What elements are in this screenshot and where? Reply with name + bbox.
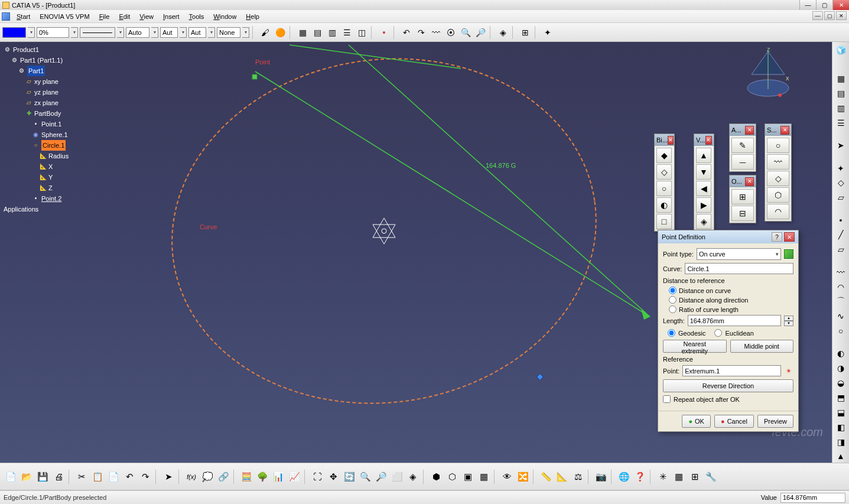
rt-icon[interactable]: ✦ <box>834 162 847 174</box>
menu-edit[interactable]: Edit <box>114 12 135 21</box>
auto3-dd[interactable] <box>208 27 215 38</box>
undo-icon[interactable]: ↶ <box>400 26 413 39</box>
float-tb-bi[interactable]: Bi...✕ ◆◇○◐□ <box>654 134 675 232</box>
preview-button[interactable]: Preview <box>757 415 793 428</box>
radio-ratio[interactable] <box>669 305 676 313</box>
tool-btn[interactable]: 〰 <box>767 154 789 170</box>
rt-icon[interactable]: ▲ <box>834 450 847 463</box>
rt-icon[interactable]: ◐ <box>834 347 847 360</box>
curve-input[interactable] <box>685 263 793 274</box>
search2-icon[interactable]: 🔎 <box>474 26 487 39</box>
auto1-input[interactable] <box>126 27 149 38</box>
ft-bi-close[interactable]: ✕ <box>668 136 674 145</box>
snap-icon[interactable]: ⊞ <box>688 470 702 484</box>
reverse-direction-button[interactable]: Reverse Direction <box>663 379 793 392</box>
menu-view[interactable]: View <box>135 12 158 21</box>
grid2-icon[interactable]: ⊞ <box>519 26 532 39</box>
none-input[interactable] <box>217 27 240 38</box>
brush-icon[interactable]: 🖌 <box>259 26 272 39</box>
tree-icon[interactable]: 🌳 <box>255 470 269 484</box>
auto1-dd[interactable] <box>151 27 158 38</box>
opacity-input[interactable] <box>37 27 69 38</box>
rt-icon[interactable]: ∿ <box>834 310 847 323</box>
line-icon[interactable]: ╱ <box>834 229 847 241</box>
pan-icon[interactable]: ✥ <box>326 470 340 484</box>
curve1-icon[interactable]: 〰 <box>430 26 443 39</box>
line-weight[interactable] <box>80 27 115 38</box>
radio-geodesic[interactable] <box>668 329 675 337</box>
tool-btn[interactable]: ▼ <box>696 164 711 180</box>
save-icon[interactable]: 💾 <box>35 470 50 484</box>
rt-icon[interactable]: ☰ <box>834 116 847 129</box>
hlr-icon[interactable]: ▣ <box>461 470 475 484</box>
pointer-icon[interactable]: ➤ <box>161 470 175 484</box>
menu-help[interactable]: Help <box>241 12 264 21</box>
point-type-select[interactable]: On curve <box>697 248 781 260</box>
tool-btn[interactable]: ◆ <box>656 148 672 163</box>
auto3-input[interactable] <box>188 27 206 38</box>
rt-icon[interactable]: 〰 <box>834 266 847 278</box>
tool-btn[interactable]: ⸺ <box>731 154 754 170</box>
length-input[interactable] <box>688 315 781 326</box>
undo-icon[interactable]: ↶ <box>122 470 136 484</box>
minimize-button[interactable]: — <box>799 0 816 10</box>
tree-x[interactable]: 📐X <box>39 161 69 172</box>
tool-btn[interactable]: ⬡ <box>767 187 789 203</box>
lineweight-dropdown[interactable] <box>117 27 124 38</box>
ft-a-close[interactable]: ✕ <box>745 126 754 135</box>
rt-icon[interactable]: ▤ <box>834 87 847 100</box>
tool-btn[interactable]: ○ <box>656 181 672 196</box>
dot-icon[interactable]: • <box>378 26 391 39</box>
repeat-checkbox[interactable] <box>663 395 671 403</box>
middle-point-button[interactable]: Middle point <box>730 340 794 353</box>
copy-icon[interactable]: 📋 <box>90 470 105 484</box>
select-arrow-icon[interactable]: ➤ <box>834 139 847 152</box>
open-icon[interactable]: 📂 <box>19 470 34 484</box>
length-spinner[interactable]: ▲▼ <box>784 316 793 326</box>
nearest-extremity-button[interactable]: Nearest extremity <box>663 340 727 353</box>
fit-icon[interactable]: ⛶ <box>310 470 324 484</box>
shade-icon[interactable]: ⬢ <box>429 470 443 484</box>
tree-point2[interactable]: •Point.2 <box>32 193 69 204</box>
ok-button[interactable]: OK <box>682 415 711 428</box>
tree-radius[interactable]: 📐Radius <box>39 151 69 161</box>
rt-icon[interactable]: ◇ <box>834 177 847 189</box>
ref-point-input[interactable] <box>682 365 781 376</box>
specification-tree[interactable]: ⚙Product1 ⚙Part1 (Part1.1) ⚙Part1 ▱xy pl… <box>4 44 69 214</box>
float-tb-v[interactable]: V...✕ ▲▼◀▶◈ <box>694 134 714 232</box>
help-icon[interactable]: ❓ <box>633 470 647 484</box>
color-dropdown[interactable] <box>28 27 35 38</box>
radio-euclidean[interactable] <box>714 329 722 337</box>
table-icon[interactable]: ▥ <box>326 26 339 39</box>
redo-icon[interactable]: ↷ <box>138 470 152 484</box>
rt-icon[interactable]: ◨ <box>834 435 847 448</box>
cloud-icon[interactable]: 💭 <box>200 470 214 484</box>
tool-btn[interactable]: ◇ <box>767 171 789 186</box>
zoom-out-icon[interactable]: 🔎 <box>374 470 388 484</box>
paste-icon[interactable]: 📄 <box>106 470 121 484</box>
menu-start[interactable]: Start <box>12 12 35 21</box>
plane-icon[interactable]: ▱ <box>834 243 847 256</box>
menu-insert[interactable]: Insert <box>158 12 184 21</box>
menu-tools[interactable]: Tools <box>184 12 209 21</box>
tree-partbody[interactable]: ✚PartBody <box>25 108 69 119</box>
opacity-dropdown[interactable] <box>71 27 78 38</box>
maximize-button[interactable]: ▢ <box>816 0 832 10</box>
compass-icon[interactable]: z x <box>739 48 798 101</box>
normal-icon[interactable]: ⬜ <box>390 470 404 484</box>
rt-icon[interactable]: ▥ <box>834 102 847 115</box>
tool-btn[interactable]: ◀ <box>696 181 711 196</box>
tool-btn[interactable]: ⊟ <box>731 206 754 221</box>
rt-icon[interactable]: ◑ <box>834 362 847 375</box>
lock-icon[interactable] <box>784 249 793 259</box>
point-icon[interactable]: • <box>834 214 847 226</box>
sphere-icon[interactable]: 🟠 <box>274 26 287 39</box>
tool-btn[interactable]: ◠ <box>767 204 789 219</box>
ft-o-close[interactable]: ✕ <box>745 177 754 186</box>
tool-btn[interactable]: ▲ <box>696 148 711 163</box>
iso-icon[interactable]: ◈ <box>406 470 420 484</box>
mdi-close[interactable]: ✕ <box>836 11 847 20</box>
dialog-close-button[interactable]: ✕ <box>784 232 795 242</box>
tree-sphere1[interactable]: ◉Sphere.1 <box>32 129 69 140</box>
rt-icon[interactable]: ⬒ <box>834 392 847 404</box>
